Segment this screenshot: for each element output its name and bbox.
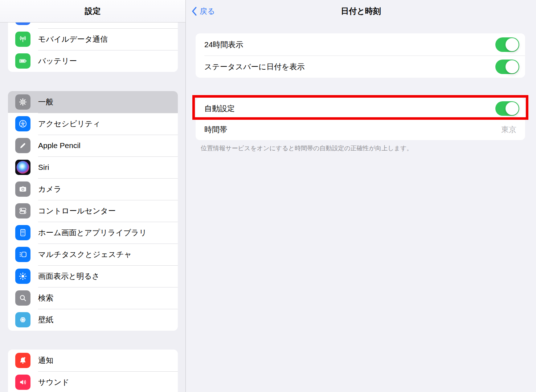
sidebar-item-label: 一般: [38, 97, 53, 107]
sidebar-item[interactable]: アクセシビリティ: [8, 113, 178, 135]
wallpaper-icon: [15, 312, 30, 327]
sidebar: モバイルデータ通信バッテリー一般アクセシビリティApple PencilSiri…: [0, 0, 186, 392]
bell-icon: [15, 353, 30, 368]
settings-row[interactable]: ステータスバーに日付を表示: [196, 56, 525, 78]
settings-app-window: モバイルデータ通信バッテリー一般アクセシビリティApple PencilSiri…: [0, 0, 536, 392]
sidebar-item-label: モバイルデータ通信: [38, 34, 108, 44]
sidebar-item[interactable]: 検索: [8, 287, 178, 309]
sidebar-group: 通知サウンド: [8, 350, 178, 392]
settings-row[interactable]: 時間帯東京: [196, 119, 525, 140]
control-center-icon: [15, 203, 30, 219]
settings-row-value: 東京: [501, 124, 519, 135]
settings-group: 24時間表示ステータスバーに日付を表示: [196, 33, 525, 78]
sidebar-item-label: アクセシビリティ: [38, 119, 101, 129]
siri-icon: [15, 160, 30, 175]
toggle-knob: [506, 60, 519, 73]
sidebar-item[interactable]: 一般: [8, 91, 178, 113]
chevron-left-icon: [192, 7, 197, 16]
battery-icon: [15, 53, 30, 69]
sidebar-item[interactable]: サウンド: [8, 371, 178, 392]
sidebar-item-label: バッテリー: [38, 56, 77, 66]
search-icon: [15, 290, 30, 306]
sidebar-item-label: 通知: [38, 355, 53, 366]
toggle-knob: [506, 38, 519, 51]
settings-row-label: 時間帯: [204, 124, 501, 135]
settings-row-label: 24時間表示: [204, 40, 495, 50]
settings-row[interactable]: 24時間表示: [196, 33, 525, 56]
cellular-icon: [15, 32, 30, 47]
toggle-knob: [506, 102, 519, 115]
home-screen-icon: [15, 225, 30, 240]
sidebar-item-label: Apple Pencil: [38, 141, 81, 150]
toggle-switch[interactable]: [495, 101, 519, 116]
sidebar-item-label: 画面表示と明るさ: [38, 271, 99, 281]
sidebar-item[interactable]: コントロールセンター: [8, 200, 178, 222]
sidebar-item-label: カメラ: [38, 184, 61, 194]
back-button[interactable]: 戻る: [192, 0, 215, 23]
sidebar-item-label: サウンド: [38, 377, 69, 387]
sidebar-item[interactable]: ホーム画面とアプリライブラリ: [8, 222, 178, 244]
settings-row[interactable]: 自動設定: [196, 98, 525, 119]
settings-group: 自動設定時間帯東京: [196, 98, 525, 140]
sidebar-item-label: ホーム画面とアプリライブラリ: [38, 228, 147, 238]
sidebar-item-label: コントロールセンター: [38, 206, 116, 216]
sidebar-item[interactable]: モバイルデータ通信: [8, 28, 178, 50]
sidebar-item[interactable]: 通知: [8, 350, 178, 371]
sidebar-item[interactable]: 画面表示と明るさ: [8, 265, 178, 287]
sidebar-item[interactable]: バッテリー: [8, 50, 178, 72]
sidebar-item-label: マルチタスクとジェスチャ: [38, 249, 132, 260]
sidebar-item[interactable]: マルチタスクとジェスチャ: [8, 244, 178, 265]
camera-icon: [15, 181, 30, 197]
back-button-label: 戻る: [200, 6, 215, 16]
sidebar-item[interactable]: Siri: [8, 156, 178, 178]
sidebar-item-label: 検索: [38, 293, 53, 303]
accessibility-icon: [15, 116, 30, 131]
display-icon: [15, 269, 30, 284]
sidebar-item[interactable]: Apple Pencil: [8, 135, 178, 156]
toggle-switch[interactable]: [495, 60, 519, 74]
page-title: 日付と時刻: [186, 0, 536, 23]
settings-row-label: 自動設定: [204, 103, 495, 114]
sidebar-group: 一般アクセシビリティApple PencilSiriカメラコントロールセンターホ…: [8, 91, 178, 331]
settings-row-label: ステータスバーに日付を表示: [204, 62, 495, 72]
sidebar-item-label: 壁紙: [38, 315, 53, 325]
sound-icon: [15, 375, 30, 390]
sidebar-header: 設定: [0, 0, 185, 23]
gear-icon: [15, 94, 30, 110]
date-time-panel: 日付と時刻 戻る 24時間表示ステータスバーに日付を表示自動設定時間帯東京位置情…: [186, 0, 536, 392]
pencil-icon: [15, 138, 30, 153]
toggle-switch[interactable]: [495, 37, 519, 52]
sidebar-item[interactable]: 壁紙: [8, 309, 178, 331]
sidebar-item-label: Siri: [38, 163, 49, 172]
group-footer-text: 位置情報サービスをオンにすると時間帯の自動設定の正確性が向上します。: [201, 144, 521, 153]
sidebar-title: 設定: [85, 6, 101, 17]
sidebar-item[interactable]: カメラ: [8, 178, 178, 200]
multitask-icon: [15, 247, 30, 262]
